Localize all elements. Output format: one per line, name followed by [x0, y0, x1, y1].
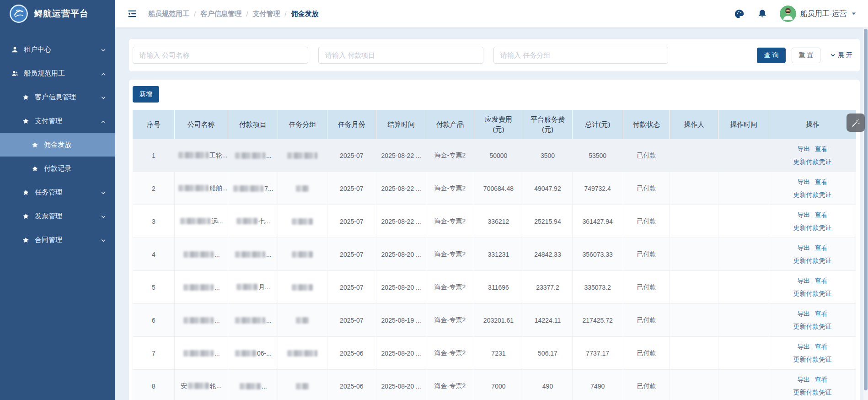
redacted-text	[236, 218, 257, 224]
cell-payment-status: 已付款	[623, 304, 670, 337]
user-name: 船员用工-运营	[800, 9, 847, 19]
sidebar-item-label: 任务管理	[35, 188, 62, 197]
column-header: 公司名称	[175, 110, 228, 139]
breadcrumb: 船员规范用工/客户信息管理/支付管理/佣金发放	[148, 10, 319, 18]
magic-wand-tool-tab[interactable]	[847, 114, 865, 132]
sidebar-item-label: 付款记录	[44, 164, 71, 173]
view-link[interactable]: 查看	[815, 310, 828, 317]
cell-operate-time	[718, 205, 769, 238]
redacted-text	[233, 185, 263, 192]
cell-settle-time: 2025-08-22 ...	[376, 172, 426, 205]
app-logo-icon	[9, 4, 28, 23]
cell-platform-service-fee: 23377.2	[523, 271, 573, 304]
cell-total-amount: 217425.72	[573, 304, 623, 337]
view-link[interactable]: 查看	[815, 178, 828, 185]
export-link[interactable]: 导出	[798, 376, 810, 383]
cell-operator	[670, 205, 718, 238]
sidebar-item-任务管理[interactable]: 任务管理	[0, 180, 115, 204]
export-link[interactable]: 导出	[798, 310, 810, 317]
cell-payment-product: 海金-专票2	[426, 238, 474, 271]
reset-button[interactable]: 重 置	[792, 48, 820, 63]
cell-settle-time: 2025-08-20 ...	[376, 271, 426, 304]
user-menu[interactable]: 船员用工-运营	[780, 5, 856, 22]
view-link[interactable]: 查看	[815, 244, 828, 251]
company-name-input[interactable]	[133, 47, 308, 64]
cell-payment-item: 7...	[228, 172, 278, 205]
cell-company-name: 船舶...	[175, 172, 228, 205]
collapse-menu-icon[interactable]	[127, 8, 138, 19]
export-link[interactable]: 导出	[798, 178, 810, 185]
chevron-down-icon	[101, 189, 106, 195]
column-header: 总计(元)	[573, 110, 623, 139]
cell-payable-amount: 311696	[474, 271, 524, 304]
column-header: 平台服务费 (元)	[523, 110, 573, 139]
sidebar-item-船员规范用工[interactable]: 船员规范用工	[0, 61, 115, 85]
update-payment-voucher-link[interactable]: 更新付款凭证	[793, 224, 832, 231]
cell-payment-product: 海金-专票2	[426, 271, 474, 304]
user-icon	[11, 46, 19, 54]
table-row: 7...06-...2025-062025-08-20 ...海金-专票2723…	[133, 337, 856, 370]
update-payment-voucher-link[interactable]: 更新付款凭证	[793, 257, 832, 264]
cell-payment-item: ...	[228, 238, 278, 271]
export-link[interactable]: 导出	[798, 277, 810, 284]
table-row: 3远...七...2025-072025-08-22 ...海金-专票23362…	[133, 205, 856, 238]
cell-settle-time: 2025-08-22 ...	[376, 205, 426, 238]
view-link[interactable]: 查看	[815, 145, 828, 152]
avatar	[780, 5, 796, 22]
filter-actions: 查 询 重 置 展 开	[757, 48, 856, 63]
column-header: 付款项目	[228, 110, 278, 139]
breadcrumb-item[interactable]: 支付管理	[252, 10, 280, 18]
cell-index: 7	[133, 337, 175, 370]
sidebar-item-租户中心[interactable]: 租户中心	[0, 38, 115, 61]
cell-total-amount: 7737.17	[573, 337, 623, 370]
cell-task-month: 2025-07	[327, 139, 377, 172]
payment-item-input[interactable]	[318, 47, 483, 64]
notifications-bell-icon[interactable]	[757, 8, 768, 19]
update-payment-voucher-link[interactable]: 更新付款凭证	[793, 158, 832, 165]
search-button[interactable]: 查 询	[757, 48, 786, 63]
redacted-text	[236, 284, 257, 290]
cell-index: 1	[133, 139, 175, 172]
sidebar-item-发票管理[interactable]: 发票管理	[0, 204, 115, 228]
cell-task-group	[278, 172, 327, 205]
sidebar-item-客户信息管理[interactable]: 客户信息管理	[0, 85, 115, 109]
task-group-input[interactable]	[493, 47, 668, 64]
sidebar-item-支付管理[interactable]: 支付管理	[0, 109, 115, 133]
cell-actions: 导出查看更新付款凭证	[769, 205, 856, 238]
export-link[interactable]: 导出	[798, 145, 810, 152]
add-button[interactable]: 新增	[133, 86, 159, 103]
expand-filters-link[interactable]: 展 开	[830, 51, 852, 59]
breadcrumb-item[interactable]: 船员规范用工	[148, 10, 189, 18]
cell-company-name: 远...	[175, 205, 228, 238]
update-payment-voucher-link[interactable]: 更新付款凭证	[793, 191, 832, 198]
export-link[interactable]: 导出	[798, 244, 810, 251]
cell-actions: 导出查看更新付款凭证	[769, 139, 856, 172]
update-payment-voucher-link[interactable]: 更新付款凭证	[793, 323, 832, 330]
view-link[interactable]: 查看	[815, 211, 828, 218]
cell-payment-product: 海金-专票2	[426, 370, 474, 400]
breadcrumb-separator: /	[194, 10, 196, 18]
cell-platform-service-fee: 24842.33	[523, 238, 573, 271]
theme-palette-icon[interactable]	[734, 8, 745, 19]
view-link[interactable]: 查看	[815, 376, 828, 383]
cell-task-group	[278, 238, 327, 271]
sidebar-item-付款记录[interactable]: 付款记录	[0, 157, 115, 180]
view-link[interactable]: 查看	[815, 277, 828, 284]
cell-task-month: 2025-07	[327, 172, 377, 205]
update-payment-voucher-link[interactable]: 更新付款凭证	[793, 356, 832, 363]
sidebar-item-合同管理[interactable]: 合同管理	[0, 228, 115, 252]
export-link[interactable]: 导出	[798, 211, 810, 218]
view-link[interactable]: 查看	[815, 343, 828, 350]
export-link[interactable]: 导出	[798, 343, 810, 350]
star-icon	[31, 141, 39, 149]
cell-task-month: 2025-06	[327, 337, 377, 370]
redacted-text	[183, 251, 214, 258]
topbar-right: 船员用工-运营	[734, 5, 856, 22]
breadcrumb-item[interactable]: 客户信息管理	[200, 10, 241, 18]
cell-payment-product: 海金-专票2	[426, 337, 474, 370]
vertical-scrollbar-thumb[interactable]	[864, 29, 868, 390]
sidebar-item-佣金发放[interactable]: 佣金发放	[0, 133, 115, 157]
update-payment-voucher-link[interactable]: 更新付款凭证	[793, 290, 832, 297]
update-payment-voucher-link[interactable]: 更新付款凭证	[793, 389, 832, 396]
cell-payment-item: 月...	[228, 271, 278, 304]
